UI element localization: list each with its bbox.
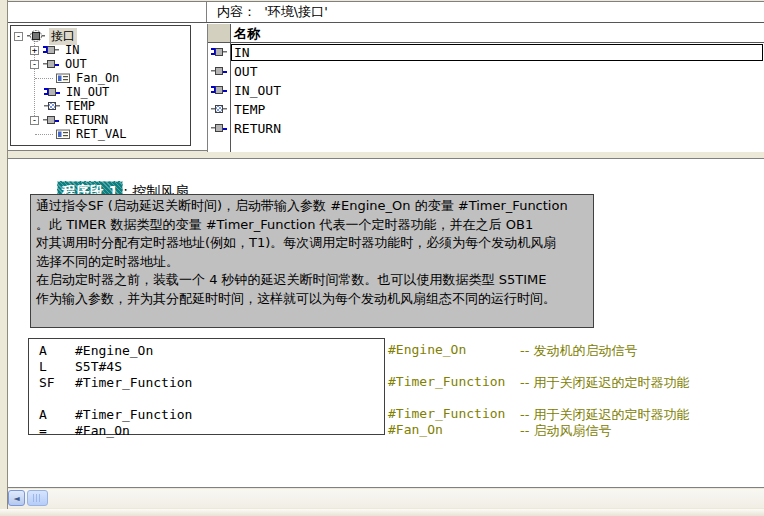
interface-icon [27, 29, 45, 43]
tree-pane-header [8, 2, 207, 22]
row-name[interactable]: OUT [234, 64, 257, 79]
decl-out-icon [43, 58, 59, 70]
tree-node-label[interactable]: IN [63, 43, 81, 57]
tree-node-ret-val[interactable]: RET_VAL [56, 127, 129, 141]
tree-node-fan-on[interactable]: Fan_On [56, 71, 121, 85]
tree-node-label[interactable]: OUT [63, 57, 89, 71]
declaration-body: - 接口 + IN [8, 24, 764, 152]
decl-inout-icon [211, 84, 227, 96]
code-line[interactable]: A#Timer_Function [29, 407, 384, 423]
tree-node-label[interactable]: RET_VAL [74, 127, 129, 141]
table-row-in-out[interactable]: IN_OUT [208, 81, 764, 100]
comment-line: 选择不同的定时器地址。 [36, 253, 588, 272]
network-comment-box[interactable]: 通过指令SF (启动延迟关断时间)，启动带输入参数 #Engine_On 的变量… [30, 194, 594, 328]
step7-editor-window: 内容： '环境\接口' - 接口 + [0, 0, 764, 516]
tree-node-interface[interactable]: - 接口 [14, 29, 77, 43]
comment-line: 作为输入参数，并为其分配延时时间，这样就可以为每个发动机风扇组态不同的运行时间。 [36, 290, 588, 309]
symbol-info-line: #Timer_Function-- 用于关闭延迟的定时器功能 [388, 406, 690, 422]
tree-guide-line [35, 134, 53, 135]
expand-icon[interactable]: + [30, 46, 39, 55]
row-name[interactable]: RETURN [234, 121, 281, 136]
decl-out-icon [211, 65, 227, 77]
code-line[interactable]: =#Fan_On [29, 423, 384, 439]
collapse-icon[interactable]: - [30, 116, 39, 125]
code-pane: 程序段 1: 控制风扇 通过指令SF (启动延迟关断时间)，启动带输入参数 #E… [8, 158, 764, 488]
row-name[interactable]: IN_OUT [234, 83, 281, 98]
tree-node-temp[interactable]: TEMP [44, 99, 97, 113]
declaration-header-row: 内容： '环境\接口' [8, 2, 764, 23]
tree-node-label[interactable]: TEMP [64, 99, 97, 113]
code-line[interactable]: A#Engine_On [29, 343, 384, 359]
tree-node-label[interactable]: Fan_On [74, 71, 121, 85]
collapse-icon[interactable]: - [14, 32, 23, 41]
tree-node-return[interactable]: - RETURN [30, 113, 110, 127]
tree-node-label[interactable]: 接口 [49, 28, 77, 45]
decl-in-icon [211, 46, 227, 58]
decl-inout-icon [44, 86, 60, 98]
tree-node-label[interactable]: RETURN [63, 113, 110, 127]
param-icon [56, 129, 70, 140]
tree-node-out[interactable]: - OUT [30, 57, 89, 71]
code-line[interactable]: SF#Timer_Function [29, 375, 384, 391]
table-row-return[interactable]: RETURN [208, 119, 764, 138]
table-header: 名称 [208, 24, 764, 43]
name-column-header: 名称 [234, 25, 260, 43]
comment-line: 。此 TIMER 数据类型的变量 #Timer_Function 代表一个定时器… [36, 216, 588, 235]
table-row-in[interactable]: IN [208, 43, 764, 62]
window-bottom-edge [0, 509, 764, 516]
stl-code-box[interactable]: A#Engine_On LS5T#4S SF#Timer_Function A#… [28, 338, 385, 435]
table-row-temp[interactable]: TEMP [208, 100, 764, 119]
tree-node-in-out[interactable]: IN_OUT [44, 85, 111, 99]
comment-line: 在启动定时器之前，装载一个 4 秒钟的延迟关断时间常数。也可以使用数据类型 S5… [36, 271, 588, 290]
decl-in-icon [43, 44, 59, 56]
tree-guide-line [35, 78, 53, 79]
scroll-left-button[interactable]: ◄ [8, 490, 25, 506]
comment-line: 通过指令SF (启动延迟关断时间)，启动带输入参数 #Engine_On 的变量… [36, 197, 588, 216]
param-icon [56, 73, 70, 84]
icon-column-header [208, 24, 230, 42]
symbol-info-line: #Fan_On-- 启动风扇信号 [388, 422, 612, 438]
decl-return-icon [43, 114, 59, 126]
row-name[interactable]: IN [234, 45, 250, 60]
tree-node-label[interactable]: IN_OUT [64, 85, 111, 99]
table-row-out[interactable]: OUT [208, 62, 764, 81]
symbol-info-line: #Timer_Function-- 用于关闭延迟的定时器功能 [388, 374, 690, 390]
collapse-icon[interactable]: - [30, 60, 39, 69]
row-name[interactable]: TEMP [234, 102, 265, 117]
interface-tree[interactable]: - 接口 + IN [10, 25, 191, 146]
decl-return-icon [211, 122, 227, 134]
chevron-left-icon: ◄ [13, 494, 19, 503]
contents-path-label: 内容： '环境\接口' [207, 2, 764, 22]
horizontal-scrollbar[interactable]: ◄ [8, 489, 764, 508]
comment-line: 对其调用时分配有定时器地址(例如，T1)。每次调用定时器功能时，必须为每个发动机… [36, 234, 588, 253]
code-line[interactable] [29, 391, 384, 407]
symbol-info-line: #Engine_On-- 发动机的启动信号 [388, 342, 638, 358]
decl-temp-icon [211, 103, 227, 115]
decl-temp-icon [44, 100, 60, 112]
network-title-line: 程序段 1: 控制风扇 [30, 165, 189, 183]
scrollbar-thumb[interactable] [27, 490, 48, 506]
declaration-pane: 内容： '环境\接口' - 接口 + [8, 1, 764, 151]
tree-node-in[interactable]: + IN [30, 43, 81, 57]
thumb-grip-icon [33, 494, 42, 502]
code-line[interactable]: LS5T#4S [29, 359, 384, 375]
declaration-table[interactable]: 名称 IN OUT [207, 24, 764, 152]
